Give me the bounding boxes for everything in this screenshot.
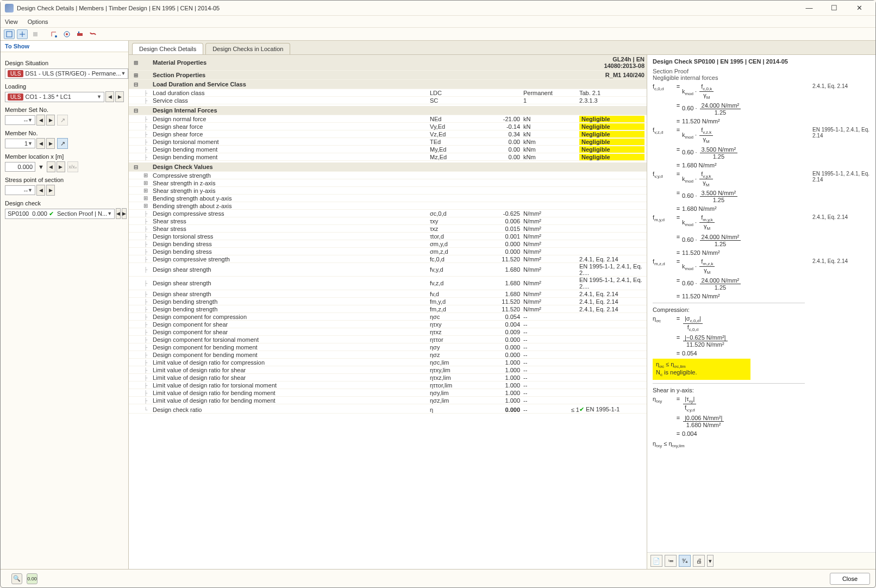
- table-row: ├ Design bending moment My,Ed 0.00 kNm N…: [129, 146, 647, 153]
- rp-btn-3[interactable]: ⁹⁄₄: [679, 555, 691, 567]
- expand-icon[interactable]: ⊞: [141, 203, 151, 209]
- tab-location[interactable]: Design Checks in Location: [205, 43, 290, 54]
- center-tabs: Design Check Details Design Checks in Lo…: [129, 41, 875, 55]
- toolbar-icon-6[interactable]: [74, 29, 85, 39]
- design-situation-label: Design Situation: [5, 60, 124, 66]
- menu-bar: View Options: [1, 16, 875, 28]
- toolbar-icon-2[interactable]: [17, 29, 28, 39]
- expand-icon[interactable]: ⊞: [131, 72, 141, 78]
- check-icon: ✔: [579, 406, 584, 412]
- toolbar-icon-3[interactable]: [30, 29, 41, 39]
- expand-icon[interactable]: ⊞: [141, 187, 151, 193]
- svg-point-2: [55, 35, 57, 37]
- collapse-icon[interactable]: ⊟: [131, 164, 141, 170]
- chevron-down-icon: ▼: [121, 71, 126, 76]
- rp-btn-2[interactable]: ≔: [665, 555, 677, 567]
- table-row: ├ Design torsional stress τtor,d 0.001 N…: [129, 233, 647, 240]
- minimize-button[interactable]: —: [797, 2, 821, 15]
- units-icon[interactable]: 0.00: [27, 573, 37, 584]
- collapse-icon[interactable]: ⊟: [131, 82, 141, 87]
- svg-point-4: [66, 33, 68, 35]
- table-row: ├ Design component for shear ητxy 0.004 …: [129, 321, 647, 328]
- next-button[interactable]: ▶: [46, 138, 55, 149]
- collapse-icon[interactable]: ⊟: [131, 108, 141, 114]
- member-no-label: Member No.: [5, 130, 124, 136]
- table-row: ├ Limit value of design ratio for bendin…: [129, 397, 647, 404]
- maximize-button[interactable]: ☐: [822, 2, 846, 15]
- design-check-dropdown[interactable]: SP0100 0.000 ✔ Section Proof | N... ▼: [5, 209, 115, 219]
- title-bar: Design Check Details | Members | Timber …: [1, 1, 875, 16]
- loading-label: Loading: [5, 83, 124, 90]
- toolbar-icon-4[interactable]: [48, 29, 59, 39]
- next-button[interactable]: ▶: [46, 185, 55, 196]
- table-row: ├ Design shear strength fv,z,d 1.680 N/m…: [129, 277, 647, 290]
- toolbar-icon-7[interactable]: [87, 29, 98, 39]
- prev-button[interactable]: ◀: [36, 138, 45, 149]
- member-loc-label: Member location x [m]: [5, 153, 124, 160]
- member-loc-input[interactable]: 0.000: [5, 162, 35, 172]
- toolbar-icon-5[interactable]: [61, 29, 72, 39]
- table-row: ├ Design bending stress σm,y,d 0.000 N/m…: [129, 240, 647, 248]
- table-row: ├ Design shear force Vy,Ed -0.14 kN Negl…: [129, 123, 647, 130]
- prev-button[interactable]: ◀: [36, 115, 45, 126]
- expand-icon[interactable]: ⊞: [141, 195, 151, 201]
- svg-rect-0: [7, 32, 12, 37]
- final-ratio-row: └ Design check ratio η 0.000 -- ≤ 1 ✔ EN…: [129, 406, 647, 414]
- help-icon[interactable]: 🔍: [11, 573, 22, 584]
- table-row: ├ Limit value of design ratio for torsio…: [129, 381, 647, 389]
- table-row: ├ Design shear force Vz,Ed 0.34 kN Negli…: [129, 130, 647, 138]
- close-button[interactable]: Close: [830, 573, 870, 585]
- next-button[interactable]: ▶: [122, 208, 127, 219]
- rp-btn-dropdown[interactable]: ▾: [707, 555, 714, 567]
- next-button[interactable]: ▶: [46, 115, 55, 126]
- rp-btn-print[interactable]: 🖨: [693, 555, 705, 567]
- details-table: ⊞ Material Properties GL24h | EN 14080:2…: [129, 55, 647, 569]
- xex-icon[interactable]: x/xₑ: [67, 161, 78, 172]
- close-window-button[interactable]: ✕: [847, 2, 871, 15]
- member-set-dropdown[interactable]: -- ▼: [5, 115, 35, 125]
- next-button[interactable]: ▶: [115, 91, 124, 102]
- table-row: ├ Design bending strength fm,y,d 11.520 …: [129, 298, 647, 305]
- chevron-down-icon[interactable]: ▼: [36, 164, 46, 170]
- next-button[interactable]: ▶: [57, 161, 65, 172]
- highlight-box: ησc ≤ ησc,lim Nc is negligible.: [653, 359, 750, 379]
- prev-button[interactable]: ◀: [36, 185, 45, 196]
- table-row: ├ Design component for bending moment ησ…: [129, 343, 647, 351]
- expand-icon[interactable]: ⊞: [141, 172, 151, 178]
- menu-options[interactable]: Options: [28, 18, 48, 25]
- table-row: ├ Design bending strength fm,z,d 11.520 …: [129, 305, 647, 313]
- table-row: ├ Design compressive strength fc,0,d 11.…: [129, 255, 647, 263]
- table-row: ├ Shear stress τxz 0.015 N/mm²: [129, 225, 647, 233]
- app-icon: [5, 4, 14, 12]
- stress-point-dropdown[interactable]: -- ▼: [5, 185, 35, 195]
- main-toolbar: [1, 28, 875, 41]
- toolbar-icon-1[interactable]: [4, 29, 15, 39]
- table-row: ├ Limit value of design ratio for bendin…: [129, 389, 647, 397]
- table-row: ├ Design component for compression ησc 0…: [129, 313, 647, 321]
- table-row: ├ Design torsional moment TEd 0.00 kNm N…: [129, 138, 647, 146]
- rp-btn-1[interactable]: 📄: [650, 555, 662, 567]
- svg-rect-1: [33, 32, 37, 36]
- design-situation-dropdown[interactable]: ULS DS1 - ULS (STR/GEO) - Permane... ▼: [5, 68, 128, 79]
- menu-view[interactable]: View: [5, 18, 18, 25]
- chevron-down-icon: ▼: [28, 117, 33, 123]
- prev-button[interactable]: ◀: [105, 91, 114, 102]
- expand-icon[interactable]: ⊞: [131, 60, 141, 66]
- check-icon: ✔: [49, 210, 54, 217]
- table-row: ├ Design compressive stress σc,0,d -0.62…: [129, 210, 647, 217]
- rp-toolbar: 📄 ≔ ⁹⁄₄ 🖨 ▾: [647, 552, 875, 569]
- table-row: ├ Limit value of design ratio for shear …: [129, 366, 647, 374]
- rp-title: Design Check SP0100 | EN 1995 | CEN | 20…: [653, 58, 870, 65]
- prev-button[interactable]: ◀: [47, 161, 55, 172]
- tab-details[interactable]: Design Check Details: [132, 43, 203, 54]
- table-row: ├ Design bending stress σm,z,d 0.000 N/m…: [129, 248, 647, 255]
- svg-rect-5: [77, 33, 83, 36]
- prev-button[interactable]: ◀: [116, 208, 121, 219]
- table-row: ├ Design shear strength fv,d 1.680 N/mm²…: [129, 290, 647, 298]
- loading-dropdown[interactable]: ULS CO1 - 1.35 * LC1 ▼: [5, 92, 104, 102]
- member-no-dropdown[interactable]: 1 ▼: [5, 139, 35, 148]
- pick-icon[interactable]: ↗: [57, 138, 68, 149]
- pick-icon[interactable]: ↗: [57, 115, 68, 126]
- table-row: ├ Design shear strength fv,y,d 1.680 N/m…: [129, 263, 647, 277]
- expand-icon[interactable]: ⊞: [141, 180, 151, 186]
